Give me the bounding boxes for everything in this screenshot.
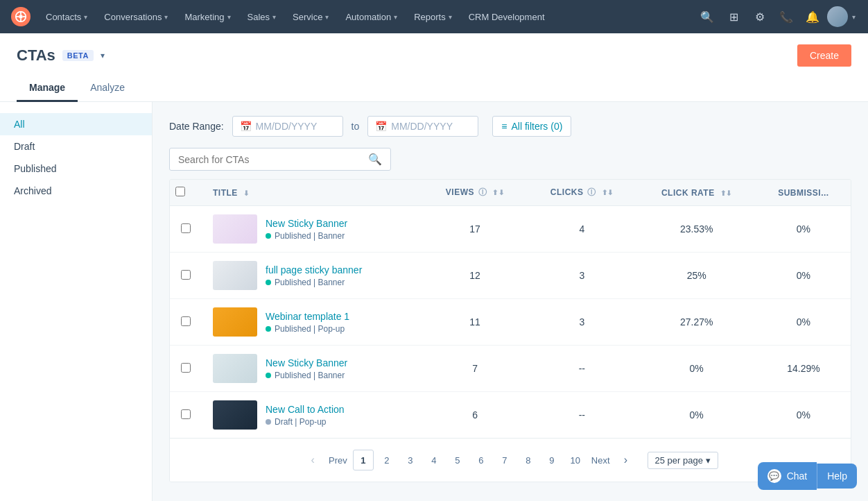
col-header-views: VIEWS ⓘ ⬆⬇ bbox=[423, 180, 527, 206]
cta-status-4: Published | Banner bbox=[266, 371, 347, 380]
nav-sales-chevron: ▾ bbox=[272, 13, 276, 21]
page-btn-2[interactable]: 2 bbox=[376, 450, 397, 470]
cta-data-table: TITLE ⬇ VIEWS ⓘ ⬆⬇ CLICKS ⓘ bbox=[170, 180, 851, 438]
views-cell-3: 11 bbox=[423, 299, 527, 346]
page-btn-10[interactable]: 10 bbox=[565, 450, 586, 470]
chat-button[interactable]: 💬 Chat bbox=[758, 462, 817, 490]
cta-title-cell: Webinar template 1 Published | Pop-up bbox=[202, 299, 423, 346]
cta-name-1[interactable]: New Sticky Banner bbox=[266, 218, 347, 229]
select-all-checkbox-header[interactable] bbox=[170, 180, 202, 206]
cta-title-cell: New Sticky Banner Published | Banner bbox=[202, 206, 423, 253]
main-content: All Draft Published Archived Date Range:… bbox=[0, 102, 868, 501]
cta-thumbnail-4 bbox=[213, 354, 257, 383]
row-checkbox-cell bbox=[170, 206, 202, 253]
views-info-icon[interactable]: ⓘ bbox=[478, 187, 487, 197]
date-to-input[interactable]: 📅 MM/DD/YYYY bbox=[367, 116, 478, 137]
submissions-cell-4: 14.29% bbox=[756, 346, 851, 392]
clicks-info-icon[interactable]: ⓘ bbox=[587, 187, 596, 197]
account-chevron[interactable]: ▾ bbox=[851, 10, 857, 24]
table-row: New Sticky Banner Published | Banner 7 -… bbox=[170, 346, 851, 392]
prev-arrow-btn[interactable]: ‹ bbox=[302, 450, 323, 470]
click-rate-cell-2: 25% bbox=[637, 253, 756, 299]
click-rate-sort-icon[interactable]: ⬆⬇ bbox=[720, 189, 732, 197]
marketplace-icon-btn[interactable]: ⊞ bbox=[722, 5, 745, 28]
row-checkbox-cell bbox=[170, 299, 202, 346]
table-row: New Sticky Banner Published | Banner 17 … bbox=[170, 206, 851, 253]
create-button[interactable]: Create bbox=[797, 44, 851, 67]
cta-status-3: Published | Pop-up bbox=[266, 324, 349, 334]
views-sort-icon[interactable]: ⬆⬇ bbox=[492, 189, 504, 196]
search-icon[interactable]: 🔍 bbox=[368, 153, 382, 166]
calls-icon-btn[interactable]: 📞 bbox=[774, 5, 798, 28]
nav-crm-development[interactable]: CRM Development bbox=[462, 9, 552, 25]
cta-thumbnail-5 bbox=[213, 400, 257, 430]
user-avatar[interactable] bbox=[827, 6, 848, 27]
title-sort-icon[interactable]: ⬇ bbox=[243, 189, 250, 197]
next-arrow-btn[interactable]: › bbox=[616, 450, 636, 470]
cta-name-2[interactable]: full page sticky banner bbox=[266, 264, 362, 275]
row-checkbox-3[interactable] bbox=[181, 316, 191, 326]
cta-name-3[interactable]: Webinar template 1 bbox=[266, 311, 349, 322]
nav-automation[interactable]: Automation ▾ bbox=[338, 9, 404, 25]
sidebar-item-published[interactable]: Published bbox=[0, 158, 152, 180]
search-input[interactable] bbox=[178, 154, 363, 165]
beta-badge: BETA bbox=[62, 50, 94, 61]
help-button[interactable]: Help bbox=[817, 464, 857, 489]
page-btn-8[interactable]: 8 bbox=[518, 450, 539, 470]
click-rate-cell-5: 0% bbox=[637, 392, 756, 439]
row-checkbox-5[interactable] bbox=[181, 409, 191, 419]
tab-manage[interactable]: Manage bbox=[17, 75, 78, 102]
page-btn-7[interactable]: 7 bbox=[494, 450, 515, 470]
row-checkbox-2[interactable] bbox=[181, 270, 191, 280]
title-dropdown-chevron[interactable]: ▾ bbox=[101, 51, 105, 60]
prev-label[interactable]: Prev bbox=[329, 455, 347, 466]
cta-name-5[interactable]: New Call to Action bbox=[266, 404, 345, 415]
page-btn-4[interactable]: 4 bbox=[424, 450, 444, 470]
page-btn-1[interactable]: 1 bbox=[353, 450, 374, 470]
nav-service[interactable]: Service ▾ bbox=[286, 9, 336, 25]
cta-name-4[interactable]: New Sticky Banner bbox=[266, 357, 347, 368]
per-page-select[interactable]: 25 per page ▾ bbox=[648, 452, 718, 469]
select-all-checkbox[interactable] bbox=[175, 187, 185, 196]
next-label[interactable]: Next bbox=[591, 455, 610, 466]
nav-marketing[interactable]: Marketing ▾ bbox=[177, 9, 237, 25]
nav-reports[interactable]: Reports ▾ bbox=[407, 9, 459, 25]
nav-contacts[interactable]: Contacts ▾ bbox=[39, 9, 94, 25]
tab-analyze[interactable]: Analyze bbox=[78, 75, 137, 102]
sidebar-item-all[interactable]: All bbox=[0, 113, 152, 135]
filter-lines-icon: ≡ bbox=[501, 121, 507, 132]
nav-conversations[interactable]: Conversations ▾ bbox=[97, 9, 175, 25]
date-from-input[interactable]: 📅 MM/DD/YYYY bbox=[232, 116, 343, 137]
notifications-icon-btn[interactable]: 🔔 bbox=[801, 5, 824, 28]
sidebar-item-archived[interactable]: Archived bbox=[0, 180, 152, 202]
page-btn-6[interactable]: 6 bbox=[471, 450, 492, 470]
col-header-submissions: SUBMISSI... bbox=[756, 180, 851, 206]
sidebar-item-draft[interactable]: Draft bbox=[0, 135, 152, 158]
chat-widget: 💬 Chat Help bbox=[758, 462, 857, 490]
cta-status-5: Draft | Pop-up bbox=[266, 417, 345, 427]
status-dot-2 bbox=[266, 280, 271, 285]
row-checkbox-1[interactable] bbox=[181, 223, 191, 233]
row-checkbox-4[interactable] bbox=[181, 363, 191, 373]
nav-sales[interactable]: Sales ▾ bbox=[241, 9, 284, 25]
calendar-from-icon: 📅 bbox=[240, 121, 252, 132]
page-btn-3[interactable]: 3 bbox=[400, 450, 421, 470]
svg-point-1 bbox=[19, 15, 22, 18]
all-filters-button[interactable]: ≡ All filters (0) bbox=[492, 116, 571, 137]
clicks-cell-4: -- bbox=[527, 346, 636, 392]
table-area: Date Range: 📅 MM/DD/YYYY to 📅 MM/DD/YYYY… bbox=[153, 102, 868, 501]
hubspot-logo[interactable] bbox=[11, 7, 31, 26]
col-header-clicks: CLICKS ⓘ ⬆⬇ bbox=[527, 180, 636, 206]
table-row: New Call to Action Draft | Pop-up 6 -- 0… bbox=[170, 392, 851, 439]
calendar-to-icon: 📅 bbox=[375, 121, 387, 132]
clicks-sort-icon[interactable]: ⬆⬇ bbox=[602, 189, 614, 196]
submissions-cell-1: 0% bbox=[756, 206, 851, 253]
page-btn-5[interactable]: 5 bbox=[447, 450, 468, 470]
cta-thumbnail-1 bbox=[213, 214, 257, 244]
views-cell-2: 12 bbox=[423, 253, 527, 299]
search-icon-btn[interactable]: 🔍 bbox=[695, 5, 719, 28]
page-btn-9[interactable]: 9 bbox=[541, 450, 562, 470]
cta-status-2: Published | Banner bbox=[266, 278, 362, 287]
settings-icon-btn[interactable]: ⚙ bbox=[748, 5, 772, 28]
filter-bar: Date Range: 📅 MM/DD/YYYY to 📅 MM/DD/YYYY… bbox=[169, 116, 851, 137]
